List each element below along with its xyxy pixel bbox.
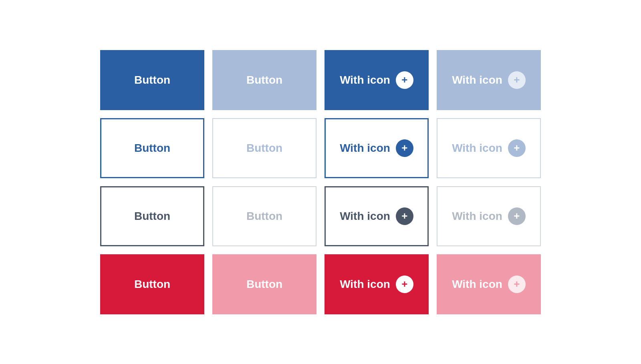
red-filled-icon-disabled-btn[interactable]: With icon+ bbox=[437, 254, 541, 314]
gray-outlined-icon-btn[interactable]: With icon+ bbox=[325, 186, 429, 246]
button-label: Button bbox=[134, 210, 170, 223]
button-label: Button bbox=[246, 74, 282, 86]
button-label: Button bbox=[134, 278, 170, 291]
button-label: With icon bbox=[340, 278, 390, 291]
blue-filled-icon-disabled-btn[interactable]: With icon+ bbox=[437, 50, 541, 110]
button-label: Button bbox=[246, 278, 282, 291]
button-showcase-grid: ButtonButtonWith icon+With icon+ButtonBu… bbox=[84, 34, 557, 330]
button-label: With icon bbox=[340, 210, 390, 223]
blue-filled-disabled-btn[interactable]: Button bbox=[212, 50, 316, 110]
plus-icon: + bbox=[508, 276, 526, 293]
blue-filled-icon-btn[interactable]: With icon+ bbox=[325, 50, 429, 110]
button-label: Button bbox=[134, 142, 170, 155]
blue-outlined-disabled-btn[interactable]: Button bbox=[212, 118, 316, 178]
blue-outlined-btn[interactable]: Button bbox=[100, 118, 204, 178]
blue-outlined-icon-btn[interactable]: With icon+ bbox=[325, 118, 429, 178]
button-label: With icon bbox=[452, 74, 502, 86]
button-label: Button bbox=[246, 210, 282, 223]
gray-outlined-icon-disabled-btn[interactable]: With icon+ bbox=[437, 186, 541, 246]
blue-filled-btn[interactable]: Button bbox=[100, 50, 204, 110]
button-label: With icon bbox=[340, 74, 390, 86]
button-label: Button bbox=[246, 142, 282, 155]
gray-outlined-btn[interactable]: Button bbox=[100, 186, 204, 246]
plus-icon: + bbox=[508, 71, 526, 89]
button-label: Button bbox=[134, 74, 170, 86]
blue-outlined-icon-disabled-btn[interactable]: With icon+ bbox=[437, 118, 541, 178]
gray-outlined-disabled-btn[interactable]: Button bbox=[212, 186, 316, 246]
button-label: With icon bbox=[452, 210, 502, 223]
plus-icon: + bbox=[396, 139, 413, 157]
button-label: With icon bbox=[452, 278, 502, 291]
red-filled-disabled-btn[interactable]: Button bbox=[212, 254, 316, 314]
red-filled-icon-btn[interactable]: With icon+ bbox=[325, 254, 429, 314]
red-filled-btn[interactable]: Button bbox=[100, 254, 204, 314]
plus-icon: + bbox=[396, 71, 413, 89]
plus-icon: + bbox=[396, 207, 413, 225]
button-label: With icon bbox=[340, 142, 390, 155]
plus-icon: + bbox=[396, 276, 413, 293]
plus-icon: + bbox=[508, 207, 526, 225]
button-label: With icon bbox=[452, 142, 502, 155]
plus-icon: + bbox=[508, 139, 526, 157]
